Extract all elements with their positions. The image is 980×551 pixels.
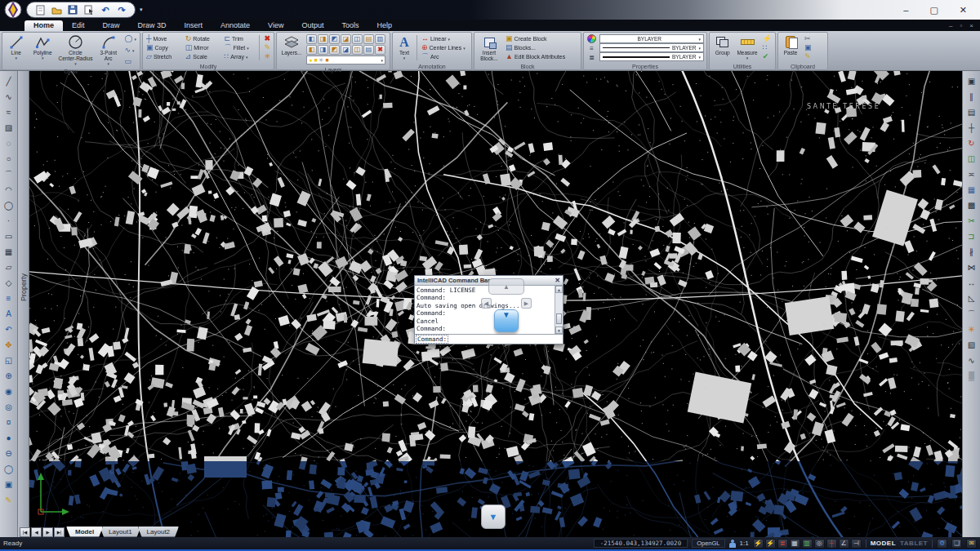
stretch-button[interactable]: ▱Stretch xyxy=(145,52,182,61)
layer-select[interactable]: ●■✳■▾ xyxy=(306,56,385,64)
scroll-thumb[interactable] xyxy=(556,313,562,324)
rectangle-button[interactable]: ▭ xyxy=(122,57,138,66)
group-button[interactable]: Group xyxy=(711,33,733,62)
esnap-fly-toggle[interactable]: ⚡ xyxy=(753,539,764,549)
prev-tab-icon[interactable]: ◀ xyxy=(31,527,42,537)
edit-hatch-button[interactable]: ✎ xyxy=(262,43,272,52)
spline-button[interactable]: ∿▾ xyxy=(122,46,138,55)
pattern-icon[interactable]: ▩ xyxy=(964,198,979,213)
arc-icon[interactable]: ⌒ xyxy=(2,167,16,182)
layer-freeze-button[interactable]: ◩ xyxy=(329,34,340,44)
layer-unlock-button[interactable]: ▤ xyxy=(363,34,374,44)
paint-icon[interactable]: ✎ xyxy=(2,492,16,508)
arc-dropdown-icon[interactable]: ▾ xyxy=(107,61,109,67)
edit-block-attributes-button[interactable]: ▲Edit Block Attributes xyxy=(504,52,567,61)
arc-3point-icon[interactable]: ◠ xyxy=(2,182,16,198)
tab-output[interactable]: Output xyxy=(292,20,332,31)
settings-gear-icon[interactable]: ⚙ xyxy=(937,539,947,549)
cut-button[interactable]: ✂ xyxy=(803,34,813,43)
layer-dropdown-icon[interactable]: ▾ xyxy=(381,58,383,63)
arc-dimension-button[interactable]: ⌒Arc xyxy=(420,52,467,61)
layer-off-button[interactable]: ◨ xyxy=(318,34,328,44)
move-button[interactable]: ┼Move xyxy=(145,34,182,43)
extend-icon[interactable]: ⊐ xyxy=(964,229,979,244)
insert-block-button[interactable]: Insert Block... xyxy=(476,33,502,62)
distance-button[interactable]: ⚡ xyxy=(761,34,773,43)
scroll-up-icon[interactable]: ▲ xyxy=(555,286,563,293)
fillet-button[interactable]: ⌒Fillet▾ xyxy=(223,43,257,52)
tab-help[interactable]: Help xyxy=(368,20,402,31)
mirror-button[interactable]: ◫Mirror xyxy=(184,43,221,52)
tab-insert[interactable]: Insert xyxy=(176,20,212,31)
print-preview-icon[interactable] xyxy=(83,4,95,16)
fillet-icon[interactable]: ⌒ xyxy=(964,306,979,322)
layout-tab-layout2[interactable]: Layout2 xyxy=(138,527,179,537)
line-button[interactable]: Line▾ xyxy=(4,33,28,67)
zoom-center-icon[interactable]: ¤ xyxy=(2,415,16,430)
lengthen-icon[interactable]: ↔ xyxy=(964,275,979,291)
text-block-icon[interactable]: ≡ xyxy=(2,291,16,306)
layer-state-button[interactable]: ▤ xyxy=(363,45,374,55)
property-panel-collapsed[interactable]: Property xyxy=(18,71,29,537)
next-tab-icon[interactable]: ▶ xyxy=(42,527,53,537)
copy-clip-button[interactable]: ▣ xyxy=(803,43,813,52)
scroll-down-active-button[interactable]: ▼ xyxy=(494,309,519,332)
offset-icon[interactable]: ∥ xyxy=(964,89,979,104)
pan-icon[interactable]: ✥ xyxy=(2,337,16,353)
scale-button[interactable]: ⊿Scale xyxy=(184,52,221,61)
paste-button[interactable]: Paste xyxy=(780,33,801,62)
cascade-windows-icon[interactable]: ❏ xyxy=(951,539,962,549)
layer-lock-button[interactable]: ◫ xyxy=(352,34,363,44)
grid-toggle[interactable]: ▦ xyxy=(790,539,800,549)
polyline-button[interactable]: Polyline▾ xyxy=(29,33,55,67)
edit-polyline-icon[interactable]: ∿ xyxy=(964,353,979,368)
circle-dropdown-icon[interactable]: ▾ xyxy=(74,61,77,67)
ellipse-button[interactable]: ◯▾ xyxy=(122,34,138,43)
lineweight-icon[interactable]: ≣ xyxy=(589,55,595,61)
zoom-dynamic-icon[interactable]: ◉ xyxy=(2,384,16,399)
match-properties-button[interactable]: ✎ xyxy=(803,52,813,61)
command-bar-close-icon[interactable]: ✕ xyxy=(555,277,560,284)
zoom-out-icon[interactable]: ⊖ xyxy=(2,446,16,461)
new-icon[interactable] xyxy=(34,4,46,16)
save-icon[interactable] xyxy=(67,4,78,16)
center-lines-button[interactable]: ⊕Center Lines▾ xyxy=(420,43,467,52)
line-icon[interactable]: ╱ xyxy=(2,73,16,89)
copy-button[interactable]: ▣Copy xyxy=(145,43,182,52)
rectangle-array-icon[interactable]: ▤ xyxy=(964,104,979,120)
first-tab-icon[interactable]: |◀ xyxy=(20,527,30,537)
tab-view[interactable]: View xyxy=(259,20,292,31)
blocks-button[interactable]: ▤Blocks... xyxy=(504,43,567,52)
scroll-up-button[interactable]: ▲ xyxy=(488,278,524,295)
restore-button[interactable]: ▢ xyxy=(929,6,938,15)
point-icon[interactable]: · xyxy=(2,213,16,229)
quick-access-more-icon[interactable]: ▾ xyxy=(140,7,143,13)
trim-icon[interactable]: ✂ xyxy=(964,213,979,229)
circle-button[interactable]: Circle Center-Radius▾ xyxy=(57,33,94,67)
undo-icon[interactable]: ↶ xyxy=(2,322,16,337)
doc-minimize-button[interactable]: – xyxy=(949,22,952,29)
spline-icon[interactable]: ≈ xyxy=(2,104,16,120)
zoom-all-icon[interactable]: ◯ xyxy=(2,461,16,477)
user-icon[interactable] xyxy=(729,540,736,548)
zoom-extents-icon[interactable]: ▣ xyxy=(2,477,16,492)
scroll-right-button[interactable]: ▶ xyxy=(521,298,532,309)
scroll-left-button[interactable]: ◀ xyxy=(481,298,492,309)
revision-cloud-icon[interactable]: ◌ xyxy=(2,136,16,151)
layers-manager-button[interactable]: Layers... xyxy=(278,33,305,65)
polygon-icon[interactable]: ◇ xyxy=(2,275,16,291)
esnap-track-toggle[interactable]: ⚡ xyxy=(765,539,776,549)
linear-dimension-button[interactable]: ↔Linear▾ xyxy=(420,34,467,43)
open-icon[interactable] xyxy=(51,4,62,16)
command-scrollbar[interactable]: ▲ ▼ xyxy=(555,286,563,334)
autoscroll-origin-button[interactable]: ▼ xyxy=(481,504,506,529)
layout-tab-model[interactable]: Model xyxy=(66,527,103,537)
last-tab-icon[interactable]: ▶| xyxy=(54,527,65,537)
erase-button[interactable]: ✖ xyxy=(262,34,272,43)
move-icon[interactable]: ┼ xyxy=(964,120,979,136)
ortho-toggle[interactable]: ⊣ xyxy=(851,539,862,549)
doc-close-button[interactable]: × xyxy=(969,22,973,29)
snap-toggle[interactable]: ▥ xyxy=(802,539,813,549)
zoom-window-icon[interactable]: ◱ xyxy=(2,353,16,368)
image-icon[interactable]: ▦ xyxy=(2,244,16,260)
